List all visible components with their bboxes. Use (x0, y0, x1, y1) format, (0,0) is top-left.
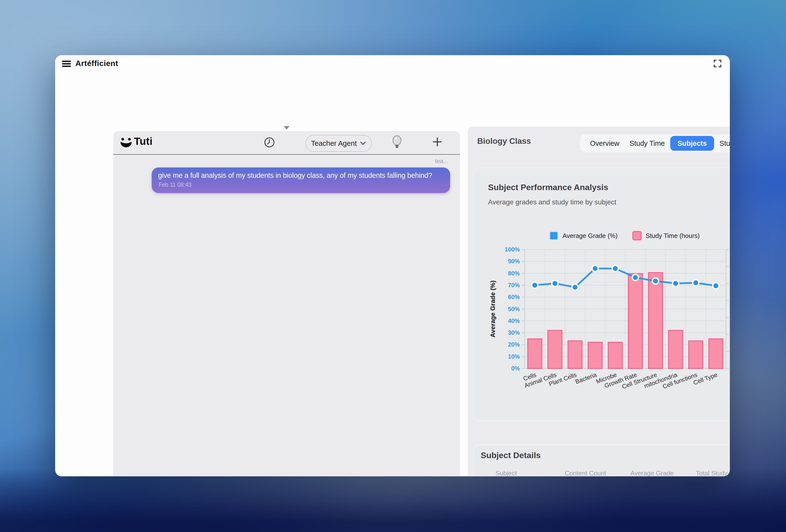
tab-subjects[interactable]: Subjects (670, 136, 714, 151)
svg-text:100%: 100% (505, 246, 520, 253)
app-title: Artéfficient (75, 59, 118, 68)
svg-text:10%: 10% (508, 353, 520, 360)
new-chat-plus-icon[interactable] (432, 137, 442, 147)
combo-chart: 0%10%20%30%40%50%60%70%80%90%100%0 hrs5 … (474, 242, 730, 409)
col-average-grade: Average Grade (630, 469, 674, 476)
svg-text:60%: 60% (508, 294, 520, 300)
chart-subtitle: Average grades and study time by subject (488, 198, 616, 206)
svg-text:80%: 80% (508, 270, 520, 277)
chat-header: Tuti Teacher Agent (113, 131, 460, 155)
fullscreen-icon[interactable] (713, 59, 722, 68)
legend-label-grade: Average Grade (%) (562, 232, 618, 239)
svg-text:20%: 20% (508, 341, 520, 348)
analytics-panel: Biology Class Overview Study Time Subjec… (468, 126, 730, 476)
app-window: Artéfficient Tuti Teacher Agent (55, 55, 730, 476)
menu-icon[interactable] (62, 61, 71, 67)
screen: Artéfficient Tuti Teacher Agent (0, 0, 786, 532)
chart-card: Subject Performance Analysis Average gra… (473, 167, 730, 421)
user-message-text: give me a full analysis of my students i… (158, 171, 446, 179)
class-title: Biology Class (477, 136, 531, 146)
svg-text:50%: 50% (508, 306, 520, 312)
tuti-logo-icon (120, 137, 133, 149)
svg-text:70%: 70% (508, 282, 520, 288)
svg-text:Bacteria: Bacteria (575, 371, 598, 385)
legend-swatch-grade (549, 231, 558, 240)
col-total-study-time: Total Study Time (696, 469, 730, 476)
tab-bar: Overview Study Time Subjects Student Det… (580, 135, 730, 152)
chart-legend: Average Grade (%) Study Time (hours) (474, 231, 730, 240)
chevron-down-icon (360, 141, 366, 145)
agent-selector[interactable]: Teacher Agent (305, 135, 372, 152)
svg-text:30%: 30% (508, 329, 520, 336)
svg-text:0%: 0% (511, 365, 520, 372)
legend-swatch-study (632, 231, 642, 240)
chat-panel: Tuti Teacher Agent (113, 131, 460, 476)
chart-title: Subject Performance Analysis (488, 183, 608, 192)
message-timestamp: Feb 11 08:43 (159, 182, 191, 188)
tab-overview[interactable]: Overview (585, 136, 624, 150)
svg-text:40%: 40% (508, 318, 520, 324)
chevron-down-icon[interactable] (284, 126, 290, 130)
legend-item-study: Study Time (hours) (632, 231, 700, 240)
titlebar: Artéfficient (55, 55, 730, 72)
tab-student-details[interactable]: Student Details (715, 136, 730, 150)
legend-item-grade: Average Grade (%) (549, 231, 618, 240)
history-clock-icon[interactable] (263, 136, 275, 148)
assistant-name: Tuti (134, 136, 153, 147)
user-message-bubble: give me a full analysis of my students i… (152, 167, 450, 193)
table-header-row: Subject Content Count Average Grade Tota… (474, 469, 730, 476)
col-content-count: Content Count (565, 469, 606, 476)
col-subject: Subject (495, 469, 517, 476)
tab-study-time[interactable]: Study Time (625, 136, 670, 150)
details-table: Subject Content Count Average Grade Tota… (474, 469, 730, 476)
svg-text:90%: 90% (508, 258, 520, 264)
legend-label-study: Study Time (hours) (646, 232, 700, 239)
svg-text:Average Grade (%): Average Grade (%) (489, 280, 496, 338)
agent-selector-value: Teacher Agent (311, 139, 356, 147)
lightbulb-icon[interactable] (392, 135, 402, 150)
details-title: Subject Details (481, 451, 541, 461)
subject-details-card: Subject Details Subject Content Count Av… (473, 444, 730, 476)
conversation-label: tea... (435, 158, 448, 164)
